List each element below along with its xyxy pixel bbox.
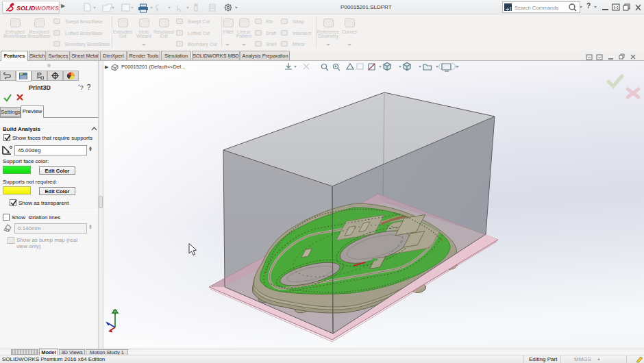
svg-text:T1: T1 (5, 228, 10, 232)
